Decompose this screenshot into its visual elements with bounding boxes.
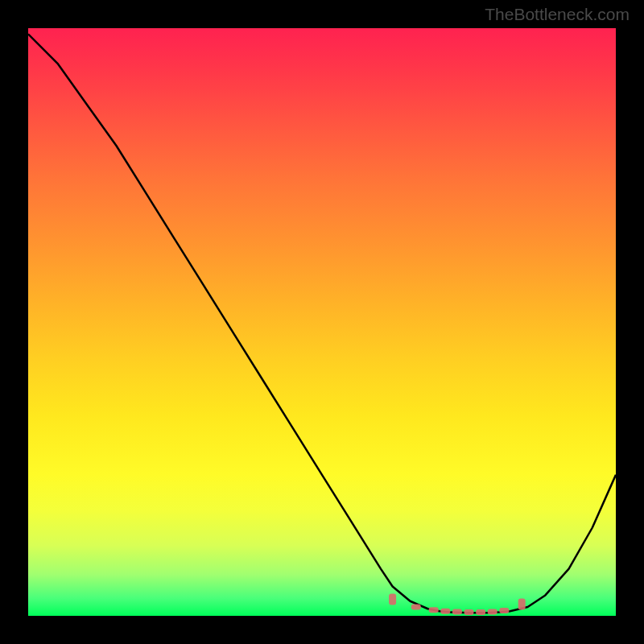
svg-rect-5 <box>464 609 474 615</box>
svg-rect-3 <box>440 609 450 614</box>
svg-rect-9 <box>518 598 526 609</box>
svg-rect-6 <box>476 609 485 615</box>
svg-rect-1 <box>411 605 421 610</box>
watermark-text: TheBottleneck.com <box>485 5 630 24</box>
chart-plot-area <box>28 28 616 616</box>
svg-rect-2 <box>429 607 439 613</box>
svg-rect-8 <box>499 608 509 613</box>
svg-rect-4 <box>452 609 462 614</box>
chart-markers <box>28 28 616 616</box>
svg-rect-7 <box>488 609 497 614</box>
svg-rect-0 <box>389 594 396 605</box>
